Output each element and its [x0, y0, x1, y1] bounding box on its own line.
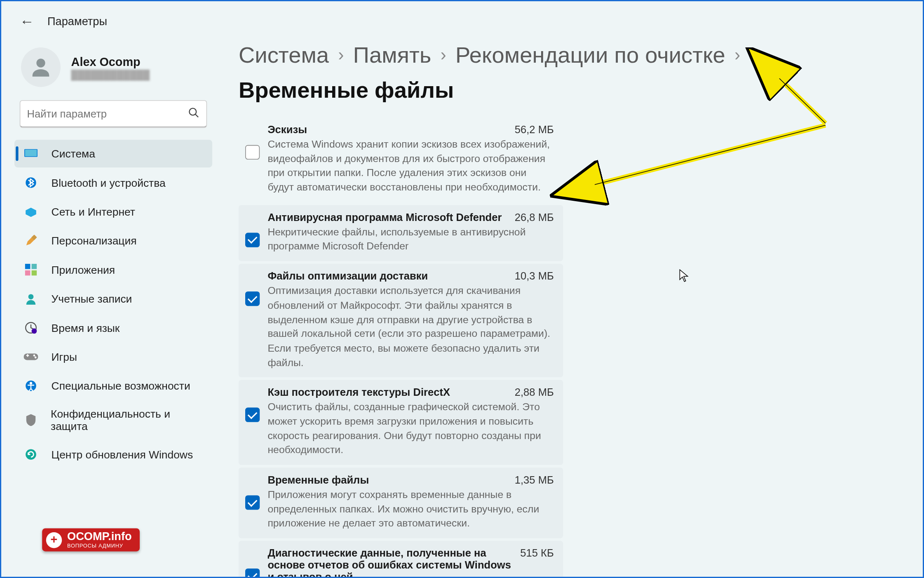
privacy-icon: [23, 413, 38, 427]
svg-rect-9: [25, 270, 30, 276]
sidebar-item-time[interactable]: Время и язык: [14, 314, 212, 341]
sidebar-item-accounts[interactable]: Учетные записи: [14, 285, 212, 312]
item-description: Оптимизация доставки используется для ск…: [267, 284, 553, 369]
sidebar-item-label: Учетные записи: [52, 292, 132, 305]
gaming-icon: [23, 350, 38, 364]
sidebar-item-label: Конфиденциальность и защита: [51, 408, 203, 433]
item-title: Файлы оптимизации доставки: [267, 270, 428, 282]
crumb-cleanup[interactable]: Рекомендации по очистке: [455, 42, 725, 68]
svg-point-16: [35, 357, 37, 359]
sidebar-item-label: Bluetooth и устройства: [52, 176, 166, 189]
avatar: [21, 47, 61, 87]
back-button[interactable]: ←: [20, 13, 34, 31]
crumb-current: Временные файлы: [239, 77, 454, 103]
sidebar-item-label: Приложения: [52, 263, 115, 276]
item-description: Система Windows хранит копии эскизов все…: [267, 137, 553, 195]
sidebar-item-network[interactable]: Сеть и Интернет: [14, 198, 212, 226]
svg-rect-4: [25, 150, 37, 156]
item-title: Антивирусная программа Microsoft Defende…: [267, 211, 502, 223]
chevron-right-icon: ›: [441, 45, 446, 66]
svg-rect-8: [32, 264, 37, 269]
network-icon: [23, 204, 38, 219]
item-size: 26,8 МБ: [515, 211, 554, 223]
chevron-right-icon: ›: [734, 45, 740, 66]
cleanup-item: Файлы оптимизации доставки 10,3 МБ Оптим…: [239, 264, 563, 377]
cleanup-item: Эскизы 56,2 МБ Система Windows хранит ко…: [239, 117, 563, 202]
sidebar-item-label: Игры: [52, 350, 77, 363]
cleanup-item: Диагностические данные, полученные на ос…: [239, 541, 563, 578]
sidebar-item-label: Время и язык: [52, 322, 120, 334]
accessibility-icon: [23, 378, 38, 393]
bluetooth-icon: [23, 175, 38, 190]
accounts-icon: [23, 291, 38, 306]
apps-icon: [23, 263, 38, 277]
svg-point-13: [32, 329, 37, 334]
sidebar-item-system[interactable]: Система: [14, 140, 212, 167]
sidebar-item-bluetooth[interactable]: Bluetooth и устройства: [14, 169, 212, 196]
svg-point-11: [28, 294, 34, 299]
item-size: 2,88 МБ: [515, 387, 554, 399]
checkbox[interactable]: [245, 291, 260, 306]
profile-block[interactable]: Alex Ocomp ████████████: [14, 42, 212, 100]
checkbox[interactable]: [245, 569, 260, 578]
sidebar-item-label: Специальные возможности: [52, 380, 190, 392]
sidebar-item-apps[interactable]: Приложения: [14, 256, 212, 284]
sidebar-item-label: Центр обновления Windows: [52, 448, 193, 461]
item-description: Очистить файлы, созданные графической си…: [267, 400, 553, 457]
svg-point-0: [36, 59, 45, 67]
window-title: Параметры: [47, 15, 107, 28]
sidebar-item-personalization[interactable]: Персонализация: [14, 227, 212, 254]
personalization-icon: [23, 233, 38, 248]
item-title: Временные файлы: [267, 474, 369, 486]
sidebar-item-label: Система: [52, 147, 95, 160]
item-size: 515 КБ: [520, 547, 554, 559]
svg-point-19: [26, 449, 36, 460]
crumb-system[interactable]: Система: [239, 42, 329, 68]
svg-rect-7: [25, 264, 30, 269]
svg-rect-10: [32, 270, 37, 276]
breadcrumb: Система › Память › Рекомендации по очист…: [239, 42, 905, 103]
search-icon: [188, 107, 200, 121]
checkbox[interactable]: [245, 408, 260, 422]
cleanup-item: Антивирусная программа Microsoft Defende…: [239, 205, 563, 261]
item-title: Кэш построителя текстуры DirectX: [267, 387, 450, 399]
cleanup-item: Временные файлы 1,35 МБ Приложения могут…: [239, 468, 563, 538]
item-size: 56,2 МБ: [515, 124, 554, 136]
sidebar-item-label: Персонализация: [52, 235, 137, 247]
time-icon: [23, 320, 38, 335]
crumb-storage[interactable]: Память: [353, 42, 431, 68]
watermark: + OCOMP.info ВОПРОСЫ АДМИНУ: [42, 529, 140, 552]
sidebar-item-label: Сеть и Интернет: [52, 205, 135, 218]
svg-point-1: [189, 108, 196, 115]
svg-point-18: [30, 382, 32, 384]
update-icon: [23, 447, 38, 462]
item-size: 1,35 МБ: [515, 474, 554, 486]
item-size: 10,3 МБ: [515, 270, 554, 282]
sidebar-item-update[interactable]: Центр обновления Windows: [14, 441, 212, 468]
checkbox[interactable]: [245, 145, 260, 160]
checkbox[interactable]: [245, 233, 260, 247]
svg-line-2: [195, 114, 198, 117]
checkbox[interactable]: [245, 495, 260, 510]
sidebar-item-accessibility[interactable]: Специальные возможности: [14, 372, 212, 399]
item-description: Некритические файлы, используемые в анти…: [267, 225, 553, 253]
profile-name: Alex Ocomp: [71, 55, 150, 69]
plus-icon: +: [46, 532, 62, 548]
svg-point-15: [33, 355, 35, 357]
item-description: Приложения могут сохранять временные дан…: [267, 487, 553, 530]
chevron-right-icon: ›: [338, 45, 344, 66]
item-title: Диагностические данные, полученные на ос…: [267, 547, 514, 578]
sidebar-item-privacy[interactable]: Конфиденциальность и защита: [14, 401, 212, 439]
system-icon: [23, 146, 38, 161]
item-title: Эскизы: [267, 124, 307, 136]
search-input[interactable]: [27, 108, 188, 120]
sidebar-item-gaming[interactable]: Игры: [14, 343, 212, 371]
search-box[interactable]: [20, 100, 207, 128]
profile-subtitle: ████████████: [71, 69, 150, 80]
cleanup-item: Кэш построителя текстуры DirectX 2,88 МБ…: [239, 380, 563, 465]
